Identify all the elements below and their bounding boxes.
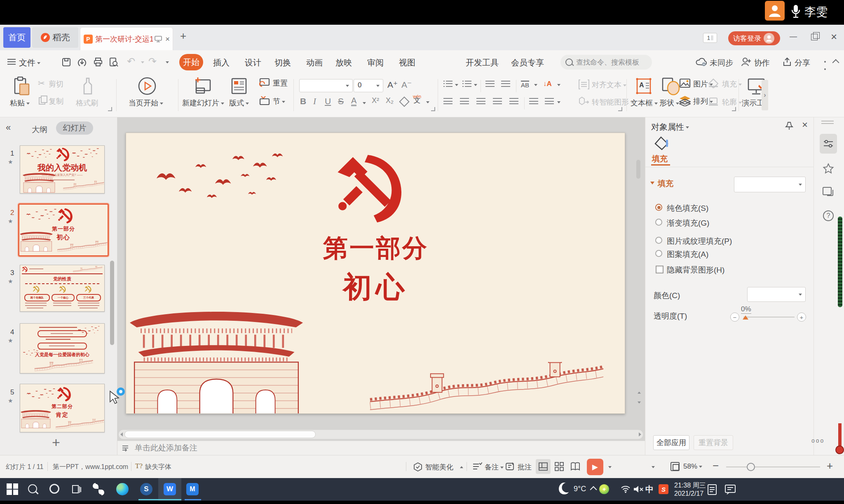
align-text-button[interactable]: 对齐文本 (592, 80, 626, 90)
bullet-list-icon[interactable] (443, 81, 452, 87)
new-slide-button[interactable]: 新建幻灯片 (182, 98, 224, 108)
animation-pane-icon[interactable] (822, 187, 835, 198)
transparency-plus[interactable]: + (797, 313, 806, 322)
panel-title[interactable]: 对象属性 (651, 121, 689, 133)
layout-icon[interactable] (231, 77, 247, 95)
fill-section-caret[interactable] (650, 182, 654, 184)
panel-scrollbar-thumb[interactable] (110, 261, 114, 345)
toolbar-customize-icon[interactable] (166, 61, 169, 63)
undo-icon[interactable]: ↶ (127, 56, 135, 67)
next-slide-button[interactable] (638, 401, 641, 404)
font-grow-button[interactable]: A⁺ (387, 80, 398, 90)
play-from-current-button[interactable]: 当页开始 (129, 98, 163, 108)
transparency-handle[interactable] (743, 315, 748, 320)
ribbon-tab-member[interactable]: 会员专享 (511, 57, 544, 68)
paragraph-spacing-icon[interactable] (545, 98, 554, 104)
pin-icon[interactable] (785, 121, 794, 131)
justify-icon[interactable] (493, 98, 502, 104)
properties-tool-active[interactable] (820, 134, 837, 154)
format-painter-button[interactable]: 格式刷 (76, 98, 98, 108)
section-icon[interactable] (259, 96, 270, 105)
collapse-ribbon-icon[interactable] (832, 59, 839, 66)
new-tab-button[interactable]: + (180, 30, 186, 42)
font-color-button[interactable]: A (351, 96, 356, 106)
fill-tab-label[interactable]: 填充 (652, 154, 668, 164)
transparency-minus[interactable]: − (730, 313, 739, 322)
reading-view-icon[interactable] (570, 462, 580, 471)
ribbon-tab-review[interactable]: 审阅 (367, 57, 384, 68)
beautify-collapse-icon[interactable] (460, 466, 463, 468)
slide-sorter-view-icon[interactable] (555, 462, 564, 471)
reset-button[interactable]: 重置 (273, 78, 288, 88)
align-right-icon[interactable] (476, 98, 485, 104)
task-view-icon[interactable] (71, 484, 82, 495)
slideshow-play-button[interactable]: ▶ (587, 459, 603, 475)
slide-thumbnail-2-selected[interactable]: 第一部分 初心 (18, 203, 109, 257)
zoom-level[interactable]: 58% (683, 462, 702, 471)
strip-handle-icon[interactable] (821, 121, 834, 124)
tab-close-icon[interactable]: × (165, 35, 170, 44)
decrease-indent-icon[interactable] (485, 81, 495, 87)
taskbar-search-icon[interactable] (28, 484, 37, 493)
hscroll-left-arrow[interactable] (120, 432, 123, 436)
transparency-track[interactable] (743, 317, 795, 317)
tab-slides[interactable]: 幻灯片 (56, 121, 93, 135)
strip-more-dots[interactable]: ooo (811, 437, 825, 444)
apply-all-button[interactable]: 全部应用 (653, 435, 689, 450)
slide-title[interactable]: 初心 (126, 268, 625, 307)
close-window-button[interactable]: × (831, 30, 837, 43)
tab-document[interactable]: P 第一次研讨-交运1805赵铭琰 × (80, 27, 173, 50)
ime-indicator[interactable]: 中 (645, 484, 654, 495)
m-app-icon[interactable]: M (186, 483, 199, 495)
zoom-track[interactable] (726, 467, 820, 467)
increase-indent-icon[interactable] (501, 81, 510, 87)
zoom-handle[interactable] (747, 463, 755, 471)
italic-button[interactable]: I (313, 96, 316, 107)
wifi-icon[interactable] (621, 485, 631, 494)
ribbon-tab-start[interactable]: 开始 (179, 54, 203, 70)
minimize-button[interactable]: — (790, 32, 797, 41)
color-select[interactable] (747, 287, 806, 302)
distribute-icon[interactable] (509, 98, 518, 104)
normal-view-button-active[interactable] (536, 459, 551, 474)
sticky-notes-icon[interactable] (707, 484, 717, 495)
slide-thumbnail-3[interactable]: 党的性质 两个先锋队 一个核心 三个代表 (20, 265, 105, 312)
weather-temperature[interactable]: 9°C (574, 485, 586, 493)
tab-outline[interactable]: 大纲 (32, 124, 47, 135)
notes-toggle[interactable]: 备注 (485, 462, 504, 472)
numbered-list-icon[interactable] (462, 81, 471, 87)
slide-thumbnail-5[interactable]: 第二部分 肯定 (20, 384, 105, 432)
command-search-box[interactable]: 查找命令、搜索模板 (560, 55, 652, 70)
textbox-button[interactable]: 文本框 (631, 98, 658, 108)
help-icon[interactable]: ? (823, 210, 834, 221)
meeting-app-icon[interactable] (92, 483, 105, 495)
reset-background-button[interactable]: 重置背景 (694, 435, 733, 450)
clear-format-icon[interactable] (399, 96, 409, 107)
paste-icon[interactable] (13, 77, 30, 96)
arrange-icon[interactable] (679, 96, 691, 106)
picture-icon[interactable] (679, 78, 691, 88)
hamburger-icon[interactable] (7, 59, 16, 65)
hide-bg-checkbox[interactable] (656, 266, 663, 273)
redo-icon[interactable]: ↷ (148, 56, 157, 67)
ribbon-tab-design[interactable]: 设计 (245, 57, 261, 68)
fit-slide-icon[interactable] (671, 462, 680, 471)
wps-task-active-bg[interactable]: W (158, 478, 181, 501)
collapse-panel-icon[interactable]: « (6, 122, 11, 133)
collaborate-icon[interactable] (741, 57, 752, 67)
sync-status-label[interactable]: 未同步 (710, 58, 733, 68)
font-size-select[interactable]: 0 (354, 79, 383, 92)
missing-font-label[interactable]: 缺失字体 (145, 463, 171, 471)
effects-star-icon[interactable] (822, 163, 835, 175)
slide-thumbnail-4[interactable]: 入党是每一位爱国者的初心 (20, 323, 105, 373)
picture-fill-radio[interactable] (655, 237, 662, 244)
play-from-current-icon[interactable] (138, 77, 157, 96)
bold-button[interactable]: B (300, 96, 306, 106)
prev-slide-button[interactable] (638, 392, 641, 394)
tray-expand-icon[interactable] (590, 486, 597, 493)
ribbon-tab-animation[interactable]: 动画 (306, 57, 323, 68)
sync-cloud-icon[interactable] (696, 57, 707, 67)
clock[interactable]: 21:38 周三 2021/2/17 (674, 481, 706, 498)
sogou-ime-icon[interactable]: S (659, 484, 668, 494)
ribbon-tab-transition[interactable]: 切换 (274, 57, 291, 68)
